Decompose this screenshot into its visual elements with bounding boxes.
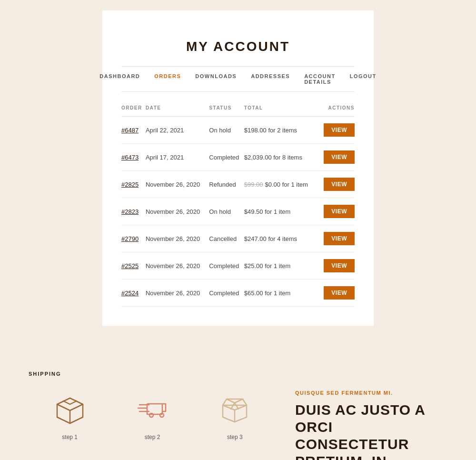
order-date: November 26, 2020 <box>146 252 209 280</box>
nav-logout[interactable]: Logout <box>350 73 377 85</box>
order-total: $2,039.00 for 8 items <box>244 144 319 171</box>
table-row: #2825November 26, 2020Refunded$99.00$0.0… <box>121 171 355 198</box>
col-actions: Actions <box>318 101 355 117</box>
view-button[interactable]: View <box>324 286 355 300</box>
page-wrapper: My Account Dashboard Orders Downloads Ad… <box>0 0 476 460</box>
order-total-original: $99.00 <box>244 181 263 188</box>
order-date: November 26, 2020 <box>146 198 209 225</box>
table-row: #2524November 26, 2020Completed$65.00 fo… <box>121 280 355 307</box>
order-total: $99.00$0.00 for 1 item <box>244 171 319 198</box>
order-action: View <box>318 252 355 280</box>
order-action: View <box>318 171 355 198</box>
order-date: April 17, 2021 <box>146 144 209 171</box>
col-status: Status <box>209 101 244 117</box>
order-link[interactable]: #6473 <box>121 154 139 161</box>
table-row: #2823November 26, 2020On hold$49.50 for … <box>121 198 355 225</box>
table-row: #6473April 17, 2021Completed$2,039.00 fo… <box>121 144 355 171</box>
nav-dashboard[interactable]: Dashboard <box>99 73 140 85</box>
order-date: November 26, 2020 <box>146 280 209 307</box>
step-3: step 3 <box>194 391 276 440</box>
order-total-discounted: $0.00 for 1 item <box>265 181 308 188</box>
nav-orders[interactable]: Orders <box>154 73 181 85</box>
shipping-left: Shipping <box>29 371 276 440</box>
view-button[interactable]: View <box>324 178 355 191</box>
order-action: View <box>318 198 355 225</box>
order-date: November 26, 2020 <box>146 225 209 252</box>
order-status: Completed <box>209 252 244 280</box>
order-link[interactable]: #2825 <box>121 181 139 188</box>
step-3-label: step 3 <box>227 434 243 440</box>
order-action: View <box>318 225 355 252</box>
view-button[interactable]: View <box>324 205 355 218</box>
nav-account-details[interactable]: Account Details <box>304 73 336 85</box>
box-icon <box>51 391 89 429</box>
order-total: $25.00 for 1 item <box>244 252 319 280</box>
account-card: My Account Dashboard Orders Downloads Ad… <box>102 10 374 326</box>
svg-rect-5 <box>147 404 162 414</box>
order-link[interactable]: #2524 <box>121 290 139 297</box>
order-link[interactable]: #6487 <box>121 127 139 134</box>
account-nav: Dashboard Orders Downloads Addresses Acc… <box>121 66 355 92</box>
shipping-section: Shipping <box>0 352 476 460</box>
order-status: On hold <box>209 117 244 144</box>
order-link[interactable]: #2790 <box>121 235 139 242</box>
order-total: $198.00 for 2 items <box>244 117 319 144</box>
shipping-right: Quisque sed fermentum mi. Duis ac justo … <box>295 371 447 460</box>
order-total: $65.00 for 1 item <box>244 280 319 307</box>
order-action: View <box>318 280 355 307</box>
order-link[interactable]: #2823 <box>121 208 139 215</box>
order-status: Completed <box>209 144 244 171</box>
step-1: step 1 <box>29 391 111 440</box>
order-status: On hold <box>209 198 244 225</box>
step-1-label: step 1 <box>62 434 78 440</box>
order-action: View <box>318 117 355 144</box>
table-row: #2525November 26, 2020Completed$25.00 fo… <box>121 252 355 280</box>
open-box-icon <box>216 391 254 429</box>
view-button[interactable]: View <box>324 150 355 164</box>
page-title: My Account <box>121 25 355 66</box>
svg-point-7 <box>160 413 164 417</box>
order-status: Completed <box>209 280 244 307</box>
col-order: Order <box>121 101 146 117</box>
truck-icon <box>133 391 171 429</box>
order-link[interactable]: #2525 <box>121 262 139 270</box>
order-action: View <box>318 144 355 171</box>
step-2-label: step 2 <box>145 434 160 440</box>
shipping-heading: Duis ac justo a orci consectetur pretium… <box>295 401 447 460</box>
shipping-steps: step 1 <box>29 391 276 440</box>
nav-downloads[interactable]: Downloads <box>195 73 237 85</box>
table-row: #6487April 22, 2021On hold$198.00 for 2 … <box>121 117 355 144</box>
shipping-subtitle: Quisque sed fermentum mi. <box>295 390 447 396</box>
view-button[interactable]: View <box>324 123 355 137</box>
order-total: $49.50 for 1 item <box>244 198 319 225</box>
step-2: step 2 <box>111 391 193 440</box>
view-button[interactable]: View <box>324 232 355 245</box>
svg-point-6 <box>149 413 153 417</box>
order-total: $247.00 for 4 items <box>244 225 319 252</box>
order-status: Refunded <box>209 171 244 198</box>
col-date: Date <box>146 101 209 117</box>
order-status: Cancelled <box>209 225 244 252</box>
col-total: Total <box>244 101 319 117</box>
orders-table: Order Date Status Total Actions #6487Apr… <box>121 101 355 307</box>
shipping-title: Shipping <box>29 371 276 377</box>
nav-addresses[interactable]: Addresses <box>251 73 290 85</box>
order-date: November 26, 2020 <box>146 171 209 198</box>
order-date: April 22, 2021 <box>146 117 209 144</box>
view-button[interactable]: View <box>324 259 355 272</box>
table-row: #2790November 26, 2020Cancelled$247.00 f… <box>121 225 355 252</box>
account-card-outer: My Account Dashboard Orders Downloads Ad… <box>102 10 374 326</box>
